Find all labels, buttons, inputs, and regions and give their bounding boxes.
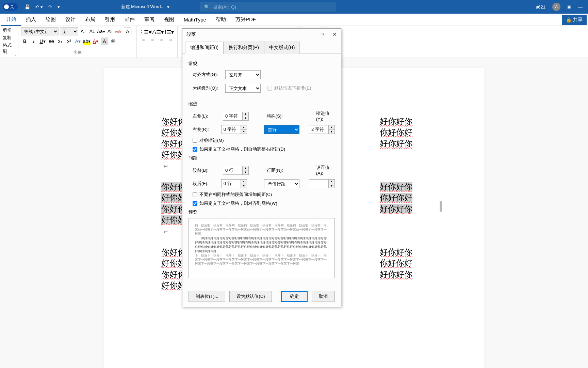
increase-font-icon[interactable]: A↑	[80, 28, 87, 35]
snap-grid-checkbox[interactable]	[193, 201, 197, 206]
special-indent-select[interactable]: 首行	[264, 125, 299, 134]
search-box[interactable]: 🔍	[200, 2, 336, 12]
bold-icon[interactable]: B	[21, 37, 29, 45]
subscript-icon[interactable]: x₂	[56, 37, 64, 45]
spinner-down-icon[interactable]: ▼	[243, 116, 248, 120]
underline-icon[interactable]: U▾	[39, 37, 46, 45]
ok-button[interactable]: 确定	[281, 291, 308, 302]
customize-icon[interactable]: ▾	[58, 4, 60, 10]
spinner-down-icon[interactable]: ▼	[241, 184, 247, 188]
outline-select[interactable]: 正文文本	[225, 84, 261, 93]
decrease-font-icon[interactable]: A↓	[88, 28, 96, 35]
mirror-indent-checkbox[interactable]	[193, 138, 197, 143]
italic-icon[interactable]: I	[30, 37, 37, 45]
change-case-icon[interactable]: Aa▾	[97, 28, 105, 35]
tab-draw[interactable]: 绘图	[41, 14, 61, 26]
spacing-before-input[interactable]	[223, 166, 242, 174]
spinner-down-icon[interactable]: ▼	[329, 184, 334, 188]
save-icon[interactable]: 💾	[24, 4, 30, 10]
spinner-up-icon[interactable]: ▲	[329, 125, 334, 130]
tab-view[interactable]: 视图	[159, 14, 179, 26]
tab-insert[interactable]: 插入	[21, 14, 41, 26]
align-center-icon[interactable]: ≡	[149, 36, 157, 44]
tab-references[interactable]: 引用	[100, 14, 120, 26]
clear-format-icon[interactable]: Aͦ	[106, 28, 114, 35]
tab-asian[interactable]: 中文版式(H)	[264, 42, 300, 54]
spinner-up-icon[interactable]: ▲	[243, 166, 248, 171]
font-launcher-icon[interactable]: ⌐	[134, 53, 136, 57]
number-list-icon[interactable]: ⅓☰▾	[152, 28, 163, 36]
tab-indent-spacing[interactable]: 缩进和间距(I)	[185, 42, 224, 54]
text-effects-icon[interactable]: A▾	[74, 37, 82, 45]
share-button[interactable]: 🔒 共享	[562, 15, 587, 25]
indent-label: 缩进	[189, 101, 335, 107]
indent-right-input[interactable]	[222, 125, 241, 134]
auto-indent-checkbox[interactable]	[193, 147, 197, 152]
indent-left-input[interactable]	[223, 112, 242, 120]
alignment-select[interactable]: 左对齐	[225, 70, 261, 79]
redo-icon[interactable]: ↷	[48, 4, 52, 10]
format-painter-button[interactable]: 格式刷	[3, 42, 15, 55]
search-input[interactable]	[213, 4, 332, 10]
strikethrough-icon[interactable]: ab	[48, 37, 55, 45]
tab-mathtype[interactable]: MathType	[179, 14, 211, 25]
superscript-icon[interactable]: x²	[65, 37, 73, 45]
tab-layout[interactable]: 布局	[80, 14, 100, 26]
alignment-label: 对齐方式(G):	[193, 72, 223, 78]
paragraph-dialog: 段落 ? ✕ 缩进和间距(I) 换行和分页(P) 中文版式(H) 常规 对齐方式…	[182, 28, 341, 307]
align-right-icon[interactable]: ≡	[158, 36, 166, 44]
font-family-select[interactable]: 等线 (中文正文)	[21, 27, 59, 35]
bullet-list-icon[interactable]: ⋮☰▾	[140, 28, 150, 36]
spinner-down-icon[interactable]: ▼	[243, 170, 248, 174]
spacing-at-input[interactable]	[309, 180, 328, 188]
no-space-checkbox[interactable]	[193, 192, 197, 197]
tab-home[interactable]: 开始	[1, 13, 21, 26]
tab-mailings[interactable]: 邮件	[120, 14, 140, 26]
copy-button[interactable]: 复制	[3, 35, 15, 41]
font-color-icon[interactable]: A▾	[92, 37, 99, 45]
avatar[interactable]: A	[552, 3, 560, 11]
spinner-up-icon[interactable]: ▲	[243, 112, 248, 117]
indent-left-label: 左侧(L):	[193, 113, 220, 119]
autosave-toggle[interactable]: 关	[3, 3, 18, 11]
spinner-up-icon[interactable]: ▲	[241, 125, 247, 130]
enclosed-char-icon[interactable]: ㊕	[110, 37, 117, 45]
ribbon-tabs: 开始 插入 绘图 设计 布局 引用 邮件 审阅 视图 MathType 帮助 万…	[0, 14, 588, 26]
spinner-down-icon[interactable]: ▼	[329, 130, 334, 134]
dialog-title-label: 段落	[186, 31, 196, 37]
indent-by-input[interactable]	[309, 125, 328, 134]
char-border-icon[interactable]: A	[124, 28, 131, 35]
align-left-icon[interactable]: ≡	[140, 36, 147, 44]
line-spacing-select[interactable]: 单倍行距	[264, 179, 299, 188]
close-icon[interactable]: ✕	[332, 31, 337, 37]
cancel-button[interactable]: 取消	[312, 291, 335, 302]
spinner-up-icon[interactable]: ▲	[329, 180, 334, 184]
minimize-icon[interactable]: —	[578, 4, 583, 10]
spinner-up-icon[interactable]: ▲	[241, 180, 247, 184]
tab-pdf[interactable]: 万兴PDF	[231, 14, 261, 26]
spacing-after-input[interactable]	[222, 180, 241, 188]
cut-button[interactable]: 剪切	[3, 27, 15, 33]
spinner-down-icon[interactable]: ▼	[241, 130, 247, 134]
tab-review[interactable]: 审阅	[140, 14, 159, 26]
user-label[interactable]: a621	[536, 4, 545, 10]
tab-design[interactable]: 设计	[61, 14, 80, 26]
font-size-select[interactable]: 五号	[60, 27, 78, 35]
highlight-icon[interactable]: ab▾	[83, 37, 91, 45]
multilevel-list-icon[interactable]: ⁞☰▾	[164, 28, 175, 36]
undo-icon[interactable]: ↶ ▾	[35, 4, 43, 10]
tab-help[interactable]: 帮助	[211, 14, 231, 26]
title-dropdown-icon[interactable]: ▾	[167, 4, 169, 10]
phonetic-icon[interactable]: wén	[115, 28, 122, 35]
default-button[interactable]: 设为默认值(D)	[229, 291, 272, 302]
before-label: 段前(B):	[193, 167, 220, 173]
by-label: 缩进值(Y):	[316, 110, 335, 122]
selection-indicator	[440, 201, 442, 212]
tabs-button[interactable]: 制表位(T)...	[189, 291, 225, 302]
help-icon[interactable]: ?	[322, 31, 324, 37]
tab-line-page[interactable]: 换行和分页(P)	[224, 42, 264, 54]
ribbon-display-icon[interactable]: ▣	[567, 4, 571, 10]
char-shading-icon[interactable]: A	[101, 37, 108, 45]
clipboard-launcher-icon[interactable]: ⌐	[15, 53, 17, 57]
align-justify-icon[interactable]: ≡	[167, 36, 175, 44]
